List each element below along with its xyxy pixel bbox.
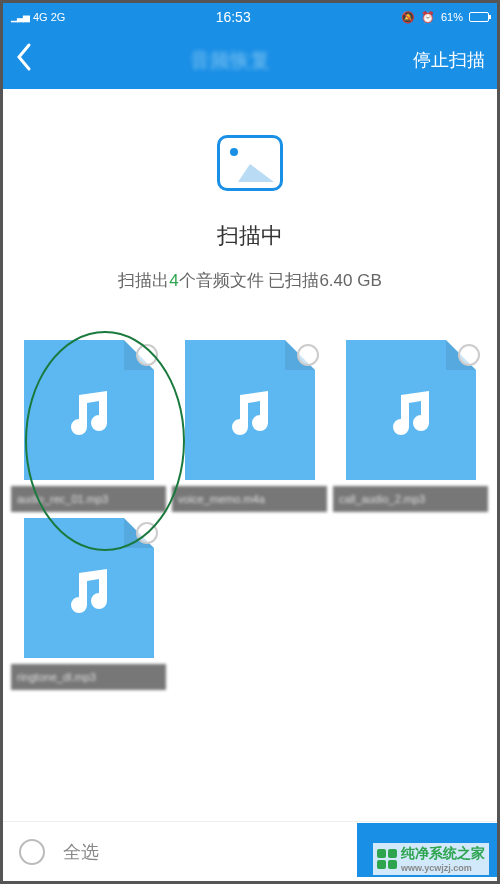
- select-checkbox[interactable]: [136, 344, 158, 366]
- watermark: 纯净系统之家 www.ycwjzj.com: [373, 843, 489, 875]
- image-placeholder-icon: [217, 135, 283, 191]
- file-label: audio_rec_01.mp3: [11, 486, 166, 512]
- audio-file-icon: [24, 340, 154, 480]
- scan-mid: 个音频文件 已扫描: [179, 271, 320, 290]
- audio-file-item[interactable]: voice_memo.m4a: [172, 340, 327, 512]
- scan-size: 6.40 GB: [319, 271, 381, 290]
- nav-bar: 音频恢复 停止扫描: [3, 31, 497, 89]
- battery-pct: 61%: [441, 11, 463, 23]
- audio-file-icon: [185, 340, 315, 480]
- file-grid: audio_rec_01.mp3 voice_memo.m4a call_aud…: [3, 322, 497, 708]
- signal-icon: ▁▃▅: [11, 12, 29, 22]
- watermark-logo-icon: [377, 849, 397, 869]
- network-label: 4G 2G: [33, 11, 65, 23]
- watermark-url: www.ycwjzj.com: [401, 863, 485, 873]
- file-label: voice_memo.m4a: [172, 486, 327, 512]
- status-signal: ▁▃▅ 4G 2G: [11, 11, 65, 23]
- scan-title: 扫描中: [23, 221, 477, 251]
- stop-scan-button[interactable]: 停止扫描: [413, 48, 485, 72]
- audio-file-item[interactable]: call_audio_2.mp3: [333, 340, 488, 512]
- status-bar: ▁▃▅ 4G 2G 16:53 🔕 ⏰ 61%: [3, 3, 497, 31]
- battery-icon: [469, 12, 489, 22]
- mute-icon: 🔕: [401, 11, 415, 24]
- status-time: 16:53: [65, 9, 401, 25]
- select-checkbox[interactable]: [458, 344, 480, 366]
- audio-file-item[interactable]: audio_rec_01.mp3: [11, 340, 166, 512]
- file-label: ringtone_dl.mp3: [11, 664, 166, 690]
- page-title: 音频恢复: [47, 47, 413, 74]
- back-button[interactable]: [15, 42, 47, 79]
- scan-subtitle: 扫描出4个音频文件 已扫描6.40 GB: [23, 269, 477, 292]
- file-label: call_audio_2.mp3: [333, 486, 488, 512]
- status-right: 🔕 ⏰ 61%: [401, 11, 489, 24]
- select-checkbox[interactable]: [297, 344, 319, 366]
- scan-panel: 扫描中 扫描出4个音频文件 已扫描6.40 GB: [3, 89, 497, 322]
- audio-file-item[interactable]: ringtone_dl.mp3: [11, 518, 166, 690]
- select-checkbox[interactable]: [136, 522, 158, 544]
- scan-prefix: 扫描出: [118, 271, 169, 290]
- select-all-checkbox[interactable]: [19, 839, 45, 865]
- audio-file-icon: [346, 340, 476, 480]
- audio-file-icon: [24, 518, 154, 658]
- file-count: 4: [169, 271, 178, 290]
- alarm-icon: ⏰: [421, 11, 435, 24]
- watermark-brand: 纯净系统之家: [401, 845, 485, 861]
